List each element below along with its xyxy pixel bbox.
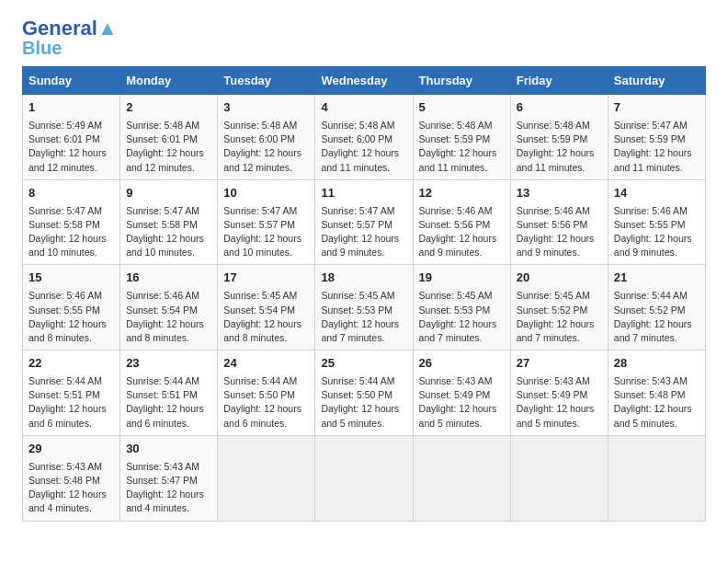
cell-content: Sunrise: 5:48 AMSunset: 5:59 PMDaylight:… xyxy=(517,119,602,175)
day-number: 6 xyxy=(517,99,602,117)
day-number: 3 xyxy=(223,99,309,117)
cell-content: Sunrise: 5:49 AMSunset: 6:01 PMDaylight:… xyxy=(28,119,114,175)
day-number: 20 xyxy=(517,270,602,287)
cell-content: Sunrise: 5:48 AMSunset: 6:00 PMDaylight:… xyxy=(223,119,309,175)
calendar-cell: 21Sunrise: 5:44 AMSunset: 5:52 PMDayligh… xyxy=(608,265,705,350)
cell-content: Sunrise: 5:47 AMSunset: 5:58 PMDaylight:… xyxy=(126,204,211,260)
calendar-cell: 22Sunrise: 5:44 AMSunset: 5:51 PMDayligh… xyxy=(23,350,120,436)
day-number: 27 xyxy=(517,355,602,373)
day-number: 16 xyxy=(126,270,211,287)
day-number: 25 xyxy=(321,355,406,373)
calendar-cell: 12Sunrise: 5:46 AMSunset: 5:56 PMDayligh… xyxy=(413,179,510,265)
calendar-cell xyxy=(315,435,413,521)
cell-content: Sunrise: 5:45 AMSunset: 5:53 PMDaylight:… xyxy=(419,289,505,345)
day-number: 1 xyxy=(28,99,114,117)
calendar-cell: 3Sunrise: 5:48 AMSunset: 6:00 PMDaylight… xyxy=(218,95,315,180)
cell-content: Sunrise: 5:46 AMSunset: 5:56 PMDaylight:… xyxy=(517,204,602,260)
logo-text2: Blue xyxy=(22,39,62,57)
cell-content: Sunrise: 5:43 AMSunset: 5:49 PMDaylight:… xyxy=(517,374,602,431)
day-number: 12 xyxy=(419,185,505,202)
day-number: 7 xyxy=(614,99,700,117)
weekday-header-sunday: Sunday xyxy=(23,67,120,95)
calendar-cell: 8Sunrise: 5:47 AMSunset: 5:58 PMDaylight… xyxy=(23,179,120,265)
calendar-cell: 26Sunrise: 5:43 AMSunset: 5:49 PMDayligh… xyxy=(413,350,510,436)
cell-content: Sunrise: 5:48 AMSunset: 6:01 PMDaylight:… xyxy=(126,119,211,175)
day-number: 4 xyxy=(321,99,406,117)
weekday-header-monday: Monday xyxy=(120,67,218,95)
calendar-cell: 10Sunrise: 5:47 AMSunset: 5:57 PMDayligh… xyxy=(218,179,315,265)
cell-content: Sunrise: 5:45 AMSunset: 5:53 PMDaylight:… xyxy=(321,289,406,345)
logo-text: General▲ xyxy=(22,18,118,39)
calendar-cell: 23Sunrise: 5:44 AMSunset: 5:51 PMDayligh… xyxy=(120,350,218,436)
calendar-cell xyxy=(413,435,510,521)
day-number: 21 xyxy=(614,270,700,287)
week-row-4: 22Sunrise: 5:44 AMSunset: 5:51 PMDayligh… xyxy=(23,350,706,436)
calendar-cell: 17Sunrise: 5:45 AMSunset: 5:54 PMDayligh… xyxy=(218,265,315,350)
day-number: 11 xyxy=(321,185,406,202)
cell-content: Sunrise: 5:44 AMSunset: 5:50 PMDaylight:… xyxy=(321,374,406,431)
calendar-cell: 9Sunrise: 5:47 AMSunset: 5:58 PMDaylight… xyxy=(120,179,218,265)
day-number: 26 xyxy=(419,355,505,373)
calendar-cell: 27Sunrise: 5:43 AMSunset: 5:49 PMDayligh… xyxy=(510,350,608,436)
day-number: 9 xyxy=(126,185,211,202)
calendar-cell: 20Sunrise: 5:45 AMSunset: 5:52 PMDayligh… xyxy=(510,265,608,350)
week-row-3: 15Sunrise: 5:46 AMSunset: 5:55 PMDayligh… xyxy=(23,265,706,350)
calendar-cell: 6Sunrise: 5:48 AMSunset: 5:59 PMDaylight… xyxy=(510,95,608,180)
day-number: 15 xyxy=(28,270,114,287)
weekday-header-tuesday: Tuesday xyxy=(218,67,315,95)
cell-content: Sunrise: 5:46 AMSunset: 5:55 PMDaylight:… xyxy=(614,204,700,260)
logo: General▲ Blue xyxy=(22,18,118,57)
cell-content: Sunrise: 5:44 AMSunset: 5:52 PMDaylight:… xyxy=(614,289,700,345)
cell-content: Sunrise: 5:43 AMSunset: 5:47 PMDaylight:… xyxy=(126,460,211,516)
calendar-cell: 18Sunrise: 5:45 AMSunset: 5:53 PMDayligh… xyxy=(315,265,413,350)
cell-content: Sunrise: 5:46 AMSunset: 5:54 PMDaylight:… xyxy=(126,289,211,345)
cell-content: Sunrise: 5:44 AMSunset: 5:50 PMDaylight:… xyxy=(223,374,309,431)
calendar-cell: 28Sunrise: 5:43 AMSunset: 5:48 PMDayligh… xyxy=(608,350,705,436)
day-number: 8 xyxy=(28,185,114,202)
calendar-cell: 1Sunrise: 5:49 AMSunset: 6:01 PMDaylight… xyxy=(23,95,120,180)
cell-content: Sunrise: 5:48 AMSunset: 6:00 PMDaylight:… xyxy=(321,119,406,175)
day-number: 14 xyxy=(614,185,700,202)
day-number: 24 xyxy=(223,355,309,373)
day-number: 19 xyxy=(419,270,505,287)
weekday-header-wednesday: Wednesday xyxy=(315,67,413,95)
calendar-cell: 14Sunrise: 5:46 AMSunset: 5:55 PMDayligh… xyxy=(608,179,705,265)
cell-content: Sunrise: 5:43 AMSunset: 5:48 PMDaylight:… xyxy=(614,374,700,431)
week-row-2: 8Sunrise: 5:47 AMSunset: 5:58 PMDaylight… xyxy=(23,179,706,265)
calendar-cell xyxy=(218,435,315,521)
cell-content: Sunrise: 5:45 AMSunset: 5:54 PMDaylight:… xyxy=(223,289,309,345)
day-number: 5 xyxy=(419,99,505,117)
cell-content: Sunrise: 5:44 AMSunset: 5:51 PMDaylight:… xyxy=(126,374,211,431)
calendar-table: SundayMondayTuesdayWednesdayThursdayFrid… xyxy=(22,66,706,522)
calendar-cell: 19Sunrise: 5:45 AMSunset: 5:53 PMDayligh… xyxy=(413,265,510,350)
calendar-cell: 29Sunrise: 5:43 AMSunset: 5:48 PMDayligh… xyxy=(23,435,120,521)
day-number: 22 xyxy=(28,355,114,373)
calendar-cell: 30Sunrise: 5:43 AMSunset: 5:47 PMDayligh… xyxy=(120,435,218,521)
cell-content: Sunrise: 5:47 AMSunset: 5:57 PMDaylight:… xyxy=(321,204,406,260)
calendar-cell: 2Sunrise: 5:48 AMSunset: 6:01 PMDaylight… xyxy=(120,95,218,180)
cell-content: Sunrise: 5:48 AMSunset: 5:59 PMDaylight:… xyxy=(419,119,505,175)
cell-content: Sunrise: 5:46 AMSunset: 5:56 PMDaylight:… xyxy=(419,204,505,260)
day-number: 29 xyxy=(28,441,114,458)
week-row-1: 1Sunrise: 5:49 AMSunset: 6:01 PMDaylight… xyxy=(23,95,706,180)
day-number: 18 xyxy=(321,270,406,287)
cell-content: Sunrise: 5:47 AMSunset: 5:59 PMDaylight:… xyxy=(614,119,700,175)
header: General▲ Blue xyxy=(22,18,706,57)
day-number: 28 xyxy=(614,355,700,373)
calendar-cell xyxy=(510,435,608,521)
calendar-cell: 7Sunrise: 5:47 AMSunset: 5:59 PMDaylight… xyxy=(608,95,705,180)
calendar-cell: 25Sunrise: 5:44 AMSunset: 5:50 PMDayligh… xyxy=(315,350,413,436)
calendar-cell: 5Sunrise: 5:48 AMSunset: 5:59 PMDaylight… xyxy=(413,95,510,180)
cell-content: Sunrise: 5:47 AMSunset: 5:57 PMDaylight:… xyxy=(223,204,309,260)
cell-content: Sunrise: 5:45 AMSunset: 5:52 PMDaylight:… xyxy=(517,289,602,345)
weekday-header-row: SundayMondayTuesdayWednesdayThursdayFrid… xyxy=(23,67,706,95)
calendar-cell: 15Sunrise: 5:46 AMSunset: 5:55 PMDayligh… xyxy=(23,265,120,350)
week-row-5: 29Sunrise: 5:43 AMSunset: 5:48 PMDayligh… xyxy=(23,435,706,521)
calendar-cell: 13Sunrise: 5:46 AMSunset: 5:56 PMDayligh… xyxy=(510,179,608,265)
calendar-cell: 4Sunrise: 5:48 AMSunset: 6:00 PMDaylight… xyxy=(315,95,413,180)
day-number: 17 xyxy=(223,270,309,287)
cell-content: Sunrise: 5:43 AMSunset: 5:49 PMDaylight:… xyxy=(419,374,505,431)
day-number: 23 xyxy=(126,355,211,373)
calendar-cell: 16Sunrise: 5:46 AMSunset: 5:54 PMDayligh… xyxy=(120,265,218,350)
calendar-cell: 11Sunrise: 5:47 AMSunset: 5:57 PMDayligh… xyxy=(315,179,413,265)
